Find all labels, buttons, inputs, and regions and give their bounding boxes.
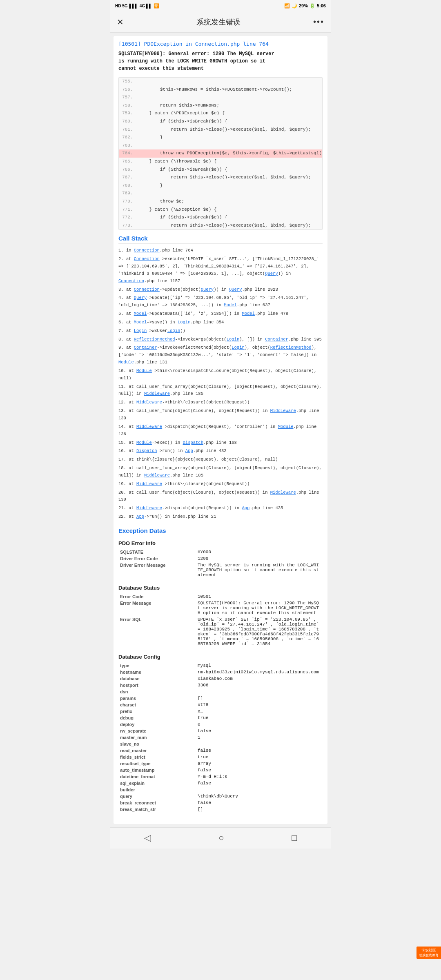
call-stack-link[interactable]: Middleware [144,391,170,396]
call-stack-link[interactable]: Query [265,271,278,276]
call-stack-link[interactable]: Middleware [136,481,162,486]
call-stack-link[interactable]: Connection [134,256,160,261]
table-key: params [118,695,196,702]
call-stack-link[interactable]: Container [134,345,157,350]
recent-button[interactable]: □ [292,833,297,843]
table-value: [] [196,806,323,813]
call-stack-link[interactable]: Dispatch [183,440,203,445]
call-stack-item: 14. at Middleware->dispatch(object(Reque… [118,423,323,438]
table-value: HY000 [196,549,323,555]
db-config-table: typemysqlhostnamerm-bp18xd33zcjni021wlo.… [118,662,323,813]
call-stack-link[interactable]: Middleware [136,506,162,510]
call-stack-header: Call Stack [118,235,323,244]
code-line: 765. } catch (\Throwable $e) { [119,158,322,166]
wifi-icon: 🛜 [154,3,159,9]
call-stack-link[interactable]: Module [118,360,134,365]
call-stack-link[interactable]: Query [201,287,214,292]
table-row: Error Code10501 [118,593,323,600]
home-button[interactable]: ○ [218,833,224,843]
call-stack-link[interactable]: Connection [134,287,160,292]
line-code: return $this->close()->execute($sql, $bi… [138,174,311,181]
call-stack-link[interactable]: Query [229,287,242,292]
call-stack-item: 11. at call_user_func_array(object(Closu… [118,383,323,398]
call-stack-link[interactable]: Middleware [136,424,162,429]
call-stack-link[interactable]: ReflectionMethod [134,337,175,342]
code-line: 772. if ($this->isBreak($e)) { [119,214,322,222]
code-line: 755. [119,78,322,86]
call-stack-link[interactable]: Container [265,337,288,342]
line-number: 763. [122,142,135,149]
moon-icon: 🌙 [292,3,297,9]
call-stack-link[interactable]: Middleware [136,400,162,405]
line-code: } [138,182,163,189]
table-row: read_masterfalse [118,747,323,754]
table-key: deploy [118,721,196,728]
table-key: read_master [118,747,196,754]
table-key: builder [118,786,196,793]
call-stack-link[interactable]: App [136,514,144,519]
call-stack-link[interactable]: Dispatch [136,448,157,453]
table-value: UPDATE `x_user` SET `ip` = '223.104.69.8… [196,616,323,647]
table-row: break_reconnectfalse [118,800,323,806]
close-button[interactable]: ✕ [117,17,124,27]
code-line: 759. } catch (\PDOException $e) { [119,109,322,118]
table-key: datetime_format [118,773,196,780]
code-line: 768. } [119,182,322,190]
code-line: 769. [119,189,322,198]
call-stack-link[interactable]: Middleware [270,490,296,495]
code-line: 764. throw new PDOException($e, $this->c… [119,149,322,158]
call-stack-link[interactable]: App [185,448,193,453]
menu-button[interactable]: ••• [313,17,324,27]
call-stack-link[interactable]: Module [278,424,294,429]
table-value: true [196,715,323,721]
table-key: slave_no [118,741,196,747]
table-key: query [118,793,196,800]
table-key: Error Message [118,600,196,616]
line-number: 762. [122,134,135,141]
back-button[interactable]: ◁ [144,833,151,843]
call-stack-link[interactable]: Module [136,368,152,373]
call-stack-item: 5. at Model->updateData(['id', 'z', 3185… [118,310,323,318]
table-row: query\think\db\Query [118,793,323,800]
table-value: \think\db\Query [196,793,323,800]
call-stack-item: 22. at App->run() in index.php line 21 [118,513,323,521]
call-stack-link[interactable]: Module [136,440,152,445]
code-line: 756. $this->numRows = $this->PDOStatemen… [119,86,322,94]
call-stack-link[interactable]: Query [134,295,147,300]
table-key: master_num [118,734,196,741]
table-row: builder [118,786,323,793]
line-code: return $this->numRows; [138,102,219,109]
code-line: 766. if ($this->isBreak($e)) { [119,166,322,174]
call-stack-link[interactable]: Model [134,320,147,325]
call-stack-link[interactable]: Login [227,337,240,342]
table-value: false [196,728,323,734]
code-line: 770. throw $e; [119,198,322,206]
call-stack-link[interactable]: Model [224,303,237,307]
status-right: 📶 🌙 29% 🔋 5:06 [284,3,326,9]
table-row: charsetutf8 [118,702,323,708]
table-value: utf8 [196,702,323,708]
call-stack-link[interactable]: Login [167,328,180,333]
call-stack-link[interactable]: Middleware [270,408,296,413]
call-stack-link[interactable]: Model [134,311,147,316]
line-number: 766. [122,166,135,174]
call-stack-link[interactable]: ReflectionMethod [270,345,312,350]
call-stack-link[interactable]: Model [242,311,255,316]
table-row: Driver Error Code1290 [118,555,323,562]
call-stack-item: 6. at Model->save() in Login.php line 35… [118,319,323,326]
call-stack-link[interactable]: Login [232,345,245,350]
code-line: 757. [119,94,322,102]
table-value: false [196,767,323,773]
table-row: master_num1 [118,734,323,741]
table-key: break_reconnect [118,800,196,806]
table-row: Error MessageSQLSTATE[HY000]: General er… [118,600,323,616]
call-stack-link[interactable]: Middleware [144,473,170,478]
call-stack-link[interactable]: Connection [134,248,160,253]
call-stack-link[interactable]: Connection [118,278,144,283]
call-stack-link[interactable]: App [242,506,249,510]
call-stack-link[interactable]: Login [178,320,191,325]
line-number: 767. [122,174,135,181]
call-stack-item: 20. at call_user_func(object(Closure), o… [118,489,323,504]
call-stack-link[interactable]: Login [134,328,147,333]
table-key: debug [118,715,196,721]
